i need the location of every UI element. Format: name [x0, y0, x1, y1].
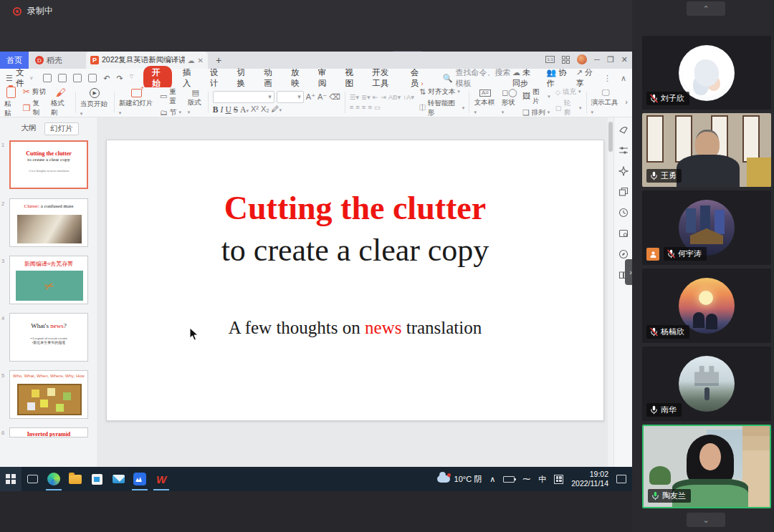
print-icon[interactable] — [73, 74, 82, 82]
tab-review[interactable]: 审阅 — [310, 67, 338, 89]
notification-center-icon[interactable] — [616, 475, 626, 483]
font-color-button[interactable]: A▾ — [240, 105, 249, 114]
slides-tab[interactable]: 幻灯片 — [44, 122, 79, 135]
taskbar-meeting[interactable] — [129, 467, 150, 491]
battery-icon[interactable] — [503, 476, 515, 483]
collaborate-button[interactable]: 👥 协作 — [546, 67, 566, 89]
align-left-icon[interactable]: ≡ — [350, 103, 354, 111]
slide-thumbnail-2[interactable]: Clutter: a confused mass — [9, 198, 88, 247]
taskbar-store[interactable] — [86, 467, 108, 491]
font-name-select[interactable]: ▾ — [213, 91, 274, 103]
new-slide-button[interactable]: 新建幻灯片▾ — [119, 89, 155, 116]
indent-icon[interactable]: ⇥ — [381, 93, 386, 101]
sync-status[interactable]: ☁ 未同步 — [512, 67, 537, 89]
clock[interactable]: 19:02 2022/11/14 — [571, 470, 608, 488]
tab-home[interactable]: 首页 — [0, 52, 29, 69]
share-button[interactable]: ↗ 分享 — [576, 67, 594, 89]
clear-format-icon[interactable]: ⌫ — [329, 93, 340, 101]
section-button[interactable]: 🗂节▾ — [160, 108, 181, 117]
smart-design-icon[interactable] — [618, 166, 629, 176]
slide-thumbnail-6[interactable]: Inverted pyramid — [9, 427, 88, 437]
collapse-ribbon-icon[interactable]: ∧ — [621, 74, 626, 82]
line-spacing-icon[interactable]: ↕A▾ — [403, 93, 414, 101]
slide-thumbnail-3[interactable]: 新闻编译≈去芜存菁 ✂ — [9, 256, 88, 304]
subscript-button[interactable]: X₂ — [261, 105, 269, 113]
participant-tile[interactable]: 刘子欣 — [642, 36, 771, 110]
cut-button[interactable]: ✂剪切 — [23, 87, 46, 97]
distribute-icon[interactable]: ▭ — [374, 103, 381, 111]
decrease-font-icon[interactable]: A⁻ — [317, 93, 327, 101]
tab-view[interactable]: 视图 — [337, 67, 364, 89]
play-from-page-button[interactable]: ▶ 当页开始▾ — [80, 88, 110, 117]
strikethrough-button[interactable]: S — [234, 105, 238, 114]
outline-button[interactable]: ▢轮廓▾ — [555, 99, 582, 117]
undo-icon[interactable]: ↶ — [103, 74, 110, 83]
weather-widget[interactable]: 10°C 阴 — [437, 474, 482, 485]
restore-button[interactable]: ❐ — [607, 55, 614, 64]
participant-tile-speaking[interactable]: 陶友兰 — [642, 425, 771, 508]
save-icon[interactable] — [43, 74, 52, 82]
increase-font-icon[interactable]: A⁺ — [306, 93, 315, 101]
close-tab-icon[interactable]: ✕ — [198, 57, 204, 64]
taskbar-wps[interactable]: W — [150, 467, 172, 491]
media-settings-icon[interactable] — [618, 228, 629, 238]
tab-transition[interactable]: 切换 — [229, 67, 256, 89]
vertical-scrollbar[interactable] — [608, 117, 613, 492]
tab-docer[interactable]: D 稻壳 — [29, 52, 69, 69]
paste-button[interactable]: 粘贴 — [4, 87, 18, 118]
present-tools-button[interactable]: 🖵 演示工具▾ — [591, 89, 621, 115]
taskbar-edge[interactable] — [43, 467, 64, 491]
close-button[interactable]: ✕ — [621, 55, 628, 64]
picture-button[interactable]: 🖼图片▾ — [522, 87, 550, 106]
ime-indicator[interactable]: 中 — [538, 474, 546, 485]
properties-icon[interactable] — [618, 145, 629, 155]
tab-devtools[interactable]: 开发工具 — [364, 67, 403, 89]
scroll-down-button[interactable]: ⌄ — [687, 513, 725, 527]
account-avatar[interactable] — [577, 54, 587, 64]
skin-icon[interactable] — [618, 125, 629, 135]
outdent-icon[interactable]: ⇤ — [373, 93, 378, 101]
reset-button[interactable]: ▭重置 — [160, 87, 183, 106]
command-search[interactable]: 🔍 查找命令、搜索模板 — [443, 67, 512, 89]
align-center-icon[interactable]: ≡ — [355, 103, 360, 111]
ime-keyboard-icon[interactable] — [554, 475, 563, 484]
tab-insert[interactable]: 插入 — [175, 67, 202, 89]
ribbon-overflow-icon[interactable]: › — [625, 98, 628, 106]
navigation-icon[interactable] — [618, 249, 629, 259]
tab-animation[interactable]: 动画 — [256, 67, 283, 89]
apps-grid-icon[interactable] — [562, 56, 570, 64]
fill-button[interactable]: ◇填充▾ — [555, 87, 581, 97]
text-direction-icon[interactable]: AB▾ — [388, 93, 401, 101]
fit-window-icon[interactable]: 1:1 — [545, 56, 555, 63]
more-menu-icon[interactable]: ⋮ — [603, 74, 611, 82]
outline-tab[interactable]: 大纲 — [18, 122, 39, 135]
preview-icon[interactable] — [88, 74, 97, 82]
format-painter-button[interactable]: 🖌 格式刷 — [51, 87, 71, 117]
tab-design[interactable]: 设计 — [202, 67, 229, 89]
slide-thumbnail-1[interactable]: Cutting the clutter to create a clear co… — [9, 140, 88, 189]
scroll-up-button[interactable]: ⌃ — [687, 1, 725, 16]
numbering-icon[interactable]: ≣▾ — [361, 93, 371, 101]
participant-tile[interactable]: 南华 — [642, 347, 771, 421]
italic-button[interactable]: I — [221, 105, 224, 114]
layers-icon[interactable] — [618, 187, 629, 197]
justify-icon[interactable]: ≡ — [368, 103, 372, 111]
task-view-button[interactable] — [22, 467, 43, 491]
align-text-button[interactable]: ⇅对齐文本▾ — [419, 87, 460, 97]
align-right-icon[interactable]: ≡ — [362, 103, 366, 111]
taskbar-mail[interactable] — [108, 467, 129, 491]
arrange-button[interactable]: ❏排列▾ — [522, 108, 550, 117]
participant-tile[interactable]: 王勇 — [642, 113, 771, 187]
layout-button[interactable]: ▤ 版式▾ — [188, 89, 204, 115]
textbox-button[interactable]: A≡ 文本框▾ — [474, 90, 496, 115]
tab-member[interactable]: 会员 › — [403, 67, 433, 89]
smart-graphic-button[interactable]: ⎅转智能图形▾ — [419, 99, 464, 117]
slide-canvas[interactable]: Cutting the clutter to create a clear co… — [97, 117, 608, 492]
highlight-button[interactable]: 🖉▾ — [272, 105, 282, 113]
bold-button[interactable]: B — [213, 105, 219, 114]
bullets-icon[interactable]: ☰▾ — [350, 93, 359, 101]
more-chevron-icon[interactable]: ▽ — [130, 74, 133, 83]
shape-button[interactable]: ◻◯ 形状▾ — [502, 89, 517, 115]
output-icon[interactable] — [58, 74, 67, 82]
participant-tile[interactable]: 何宇涛 — [642, 190, 771, 265]
